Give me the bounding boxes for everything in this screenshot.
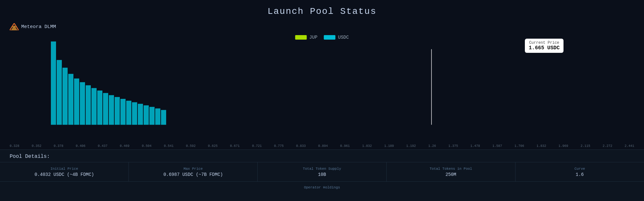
x-label-16: 1.032 <box>362 144 372 148</box>
curve-label: Curve <box>574 167 585 171</box>
svg-rect-6 <box>57 60 62 125</box>
svg-marker-1 <box>11 25 17 30</box>
svg-rect-20 <box>138 104 143 125</box>
x-label-21: 1.478 <box>470 144 480 148</box>
pool-stat-initial-price: Initial Price 0.4032 USDC (~4B FDMC) <box>0 162 129 181</box>
svg-rect-19 <box>132 102 137 125</box>
pool-stat-max-price: Max Price 0.6987 USDC (~7B FDMC) <box>129 162 258 181</box>
svg-rect-14 <box>103 93 108 125</box>
x-label-17: 1.109 <box>384 144 394 148</box>
pool-stats-row-1: Initial Price 0.4032 USDC (~4B FDMC) Max… <box>0 162 644 181</box>
svg-rect-16 <box>115 97 120 125</box>
svg-rect-18 <box>126 101 131 125</box>
svg-rect-11 <box>86 85 91 125</box>
pool-stat-operator: Operator Holdings <box>0 182 644 194</box>
total-supply-value: 10B <box>318 172 326 177</box>
pool-stat-total-supply: Total Token Supply 10B <box>258 162 386 181</box>
x-label-9: 0.625 <box>208 144 218 148</box>
pool-stat-tokens-in-pool: Total Tokens in Pool 250M <box>387 162 516 181</box>
x-label-4: 0.437 <box>98 144 108 148</box>
operator-label: Operator Holdings <box>304 186 340 189</box>
x-label-13: 0.833 <box>296 144 306 148</box>
x-label-23: 1.706 <box>515 144 524 148</box>
page-container: Launch Pool Status Meteora DLMM JUP USDC <box>0 0 644 201</box>
pool-stat-curve: Curve 1.6 <box>516 162 644 181</box>
x-label-11: 0.721 <box>252 144 262 148</box>
x-label-8: 0.592 <box>186 144 195 148</box>
max-price-value: 0.6987 USDC (~7B FDMC) <box>163 172 223 177</box>
x-label-2: 0.378 <box>54 144 63 148</box>
logo-area: Meteora DLMM <box>10 23 56 30</box>
svg-rect-24 <box>161 110 166 125</box>
x-label-24: 1.832 <box>536 144 546 148</box>
price-tooltip: Current Price 1.665 USDC <box>525 39 564 53</box>
x-label-12: 0.775 <box>274 144 284 148</box>
svg-rect-13 <box>97 91 102 125</box>
x-label-10: 0.671 <box>230 144 240 148</box>
price-tooltip-label: Current Price <box>529 41 560 45</box>
page-title: Launch Pool Status <box>0 0 644 16</box>
meteora-logo-icon <box>10 23 19 30</box>
tokens-in-pool-value: 250M <box>445 172 456 177</box>
svg-rect-7 <box>62 68 68 125</box>
x-label-25: 1.969 <box>559 144 568 148</box>
svg-rect-8 <box>68 74 73 125</box>
svg-rect-23 <box>155 109 160 125</box>
svg-rect-17 <box>120 99 126 125</box>
x-label-7: 0.541 <box>164 144 174 148</box>
svg-rect-22 <box>149 107 155 125</box>
x-label-20: 1.375 <box>448 144 458 148</box>
tokens-in-pool-label: Total Tokens in Pool <box>430 167 472 171</box>
x-label-5: 0.469 <box>120 144 129 148</box>
x-label-3: 0.406 <box>76 144 85 148</box>
price-tooltip-value: 1.665 USDC <box>529 45 560 51</box>
x-label-15: 0.961 <box>340 144 350 148</box>
svg-rect-21 <box>144 105 149 125</box>
svg-rect-12 <box>91 88 97 125</box>
svg-rect-15 <box>109 95 114 125</box>
pool-stats-row-2: Operator Holdings <box>0 181 644 194</box>
total-supply-label: Total Token Supply <box>303 167 341 171</box>
max-price-label: Max Price <box>184 167 203 171</box>
pool-details: Pool Details: Initial Price 0.4032 USDC … <box>0 149 644 201</box>
logo-text: Meteora DLMM <box>21 24 56 30</box>
pool-details-header: Pool Details: <box>0 150 644 162</box>
x-label-27: 2.272 <box>602 144 612 148</box>
x-axis: 0.328 0.352 0.378 0.406 0.437 0.469 0.50… <box>0 144 644 148</box>
x-label-6: 0.504 <box>142 144 152 148</box>
x-label-1: 0.352 <box>32 144 41 148</box>
x-label-26: 2.115 <box>581 144 590 148</box>
initial-price-label: Initial Price <box>51 167 78 171</box>
svg-rect-10 <box>80 82 85 125</box>
x-label-18: 1.192 <box>406 144 416 148</box>
curve-value: 1.6 <box>576 172 584 177</box>
initial-price-value: 0.4032 USDC (~4B FDMC) <box>34 172 94 177</box>
x-label-14: 0.894 <box>318 144 328 148</box>
x-label-22: 1.587 <box>492 144 502 148</box>
svg-rect-5 <box>51 42 56 125</box>
chart-area: Current Price 1.665 USDC <box>0 32 644 149</box>
x-label-19: 1.26 <box>428 144 436 148</box>
svg-rect-9 <box>74 79 79 125</box>
x-label-28: 2.441 <box>625 144 634 148</box>
x-label-0: 0.328 <box>10 144 19 148</box>
